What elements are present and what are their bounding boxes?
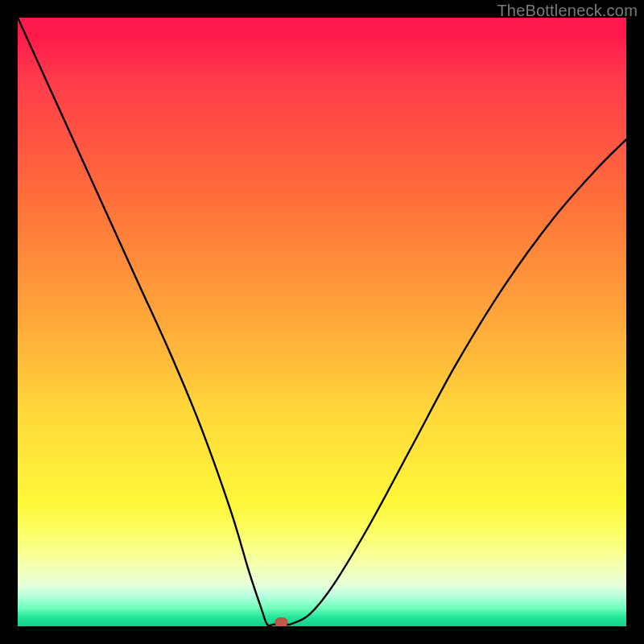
plot-area: [18, 18, 626, 626]
bottleneck-curve: [18, 18, 626, 626]
chart-frame: TheBottleneck.com: [0, 0, 644, 644]
svg-rect-0: [275, 618, 287, 626]
